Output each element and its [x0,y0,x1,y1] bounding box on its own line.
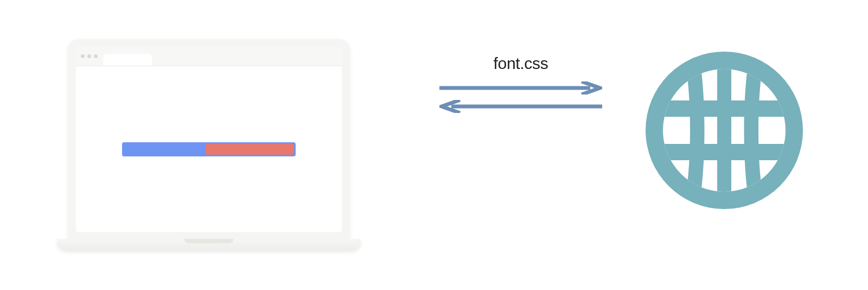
traffic-light-dot [94,54,98,58]
laptop-screen [75,47,342,232]
laptop-notch [184,239,233,243]
browser-chrome [75,47,342,66]
exchange-label: font.css [494,54,548,73]
progress-bar [122,142,296,156]
arrow-left-icon [439,100,602,112]
svg-rect-8 [717,49,731,212]
globe-icon [643,49,806,212]
traffic-light-dot [81,54,85,58]
arrow-right-icon [439,81,602,93]
browser-page [75,66,342,232]
browser-tab [103,54,152,66]
laptop-screen-bezel [68,39,350,240]
traffic-lights [81,54,98,58]
laptop [57,39,361,267]
progress-bar-fill [206,144,294,155]
traffic-light-dot [87,54,91,58]
exchange-arrows: font.css [439,54,602,112]
laptop-base [57,239,361,251]
